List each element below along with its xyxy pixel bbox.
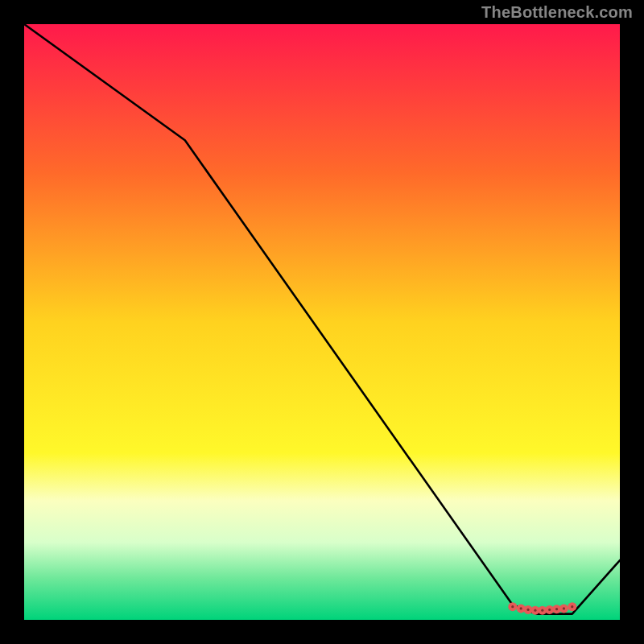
marker-hole bbox=[520, 607, 522, 609]
attribution-label: TheBottleneck.com bbox=[481, 3, 633, 22]
marker-hole bbox=[563, 607, 565, 609]
marker-hole bbox=[511, 605, 514, 608]
chart-svg bbox=[24, 24, 620, 620]
chart-frame: TheBottleneck.com bbox=[0, 0, 644, 644]
marker-hole bbox=[548, 609, 551, 611]
gradient-background bbox=[24, 24, 620, 620]
marker-hole bbox=[555, 608, 558, 610]
marker-hole bbox=[541, 609, 543, 612]
plot-area bbox=[24, 24, 620, 620]
marker-hole bbox=[534, 609, 536, 612]
marker-hole bbox=[526, 609, 529, 611]
marker-hole bbox=[571, 605, 573, 608]
